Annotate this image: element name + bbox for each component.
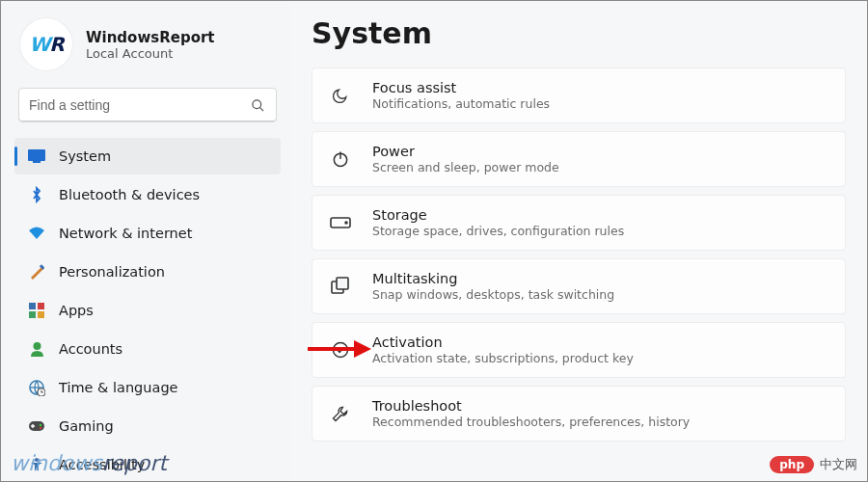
card-text: Focus assist Notifications, automatic ru… [372,80,550,111]
card-sub: Activation state, subscriptions, product… [372,351,634,365]
sidebar-item-label: Time & language [59,380,178,395]
avatar-initials: WR [29,33,63,56]
sidebar-item-label: Apps [59,303,94,318]
sidebar-item-label: System [59,148,111,164]
sidebar-item-personalization[interactable]: Personalization [14,254,281,290]
card-sub: Recommended troubleshooters, preferences… [372,415,690,429]
card-text: Activation Activation state, subscriptio… [372,335,634,365]
sidebar-item-bluetooth[interactable]: Bluetooth & devices [14,176,281,213]
svg-line-1 [259,107,263,111]
search-icon [249,96,266,114]
profile-sub: Local Account [86,46,215,61]
svg-rect-5 [29,303,36,309]
sidebar-item-gaming[interactable]: Gaming [14,408,281,444]
multitask-icon [330,276,351,297]
card-troubleshoot[interactable]: Troubleshoot Recommended troubleshooters… [312,386,846,442]
wrench-icon [330,403,351,424]
wifi-icon [28,225,45,242]
bluetooth-icon [28,186,45,203]
globe-clock-icon [28,379,45,396]
accessibility-icon [28,456,45,473]
card-sub: Snap windows, desktops, task switching [372,287,614,302]
card-power[interactable]: Power Screen and sleep, power mode [312,131,846,187]
card-sub: Screen and sleep, power mode [372,160,559,174]
svg-point-20 [345,222,347,224]
profile-text: WindowsReport Local Account [86,29,215,61]
sidebar-item-label: Bluetooth & devices [59,187,200,202]
profile-block[interactable]: WR WindowsReport Local Account [14,14,281,88]
svg-rect-3 [33,161,41,163]
search-box[interactable] [18,88,277,122]
drive-icon [330,212,351,233]
card-sub: Storage space, drives, configuration rul… [372,224,624,238]
card-title: Troubleshoot [372,398,690,414]
sidebar-item-label: Gaming [59,418,114,434]
card-title: Focus assist [372,80,550,95]
settings-card-list: Focus assist Notifications, automatic ru… [312,67,846,442]
gamepad-icon [28,417,45,435]
svg-point-16 [35,458,39,462]
moon-icon [330,85,351,106]
sidebar-item-label: Personalization [59,264,165,280]
search-input[interactable] [29,97,249,113]
avatar: WR [20,18,72,70]
svg-point-14 [40,424,41,426]
card-focus-assist[interactable]: Focus assist Notifications, automatic ru… [312,67,846,123]
svg-point-23 [334,343,348,358]
sidebar: WR WindowsReport Local Account System [1,1,290,481]
svg-rect-7 [29,311,36,318]
svg-point-0 [252,99,260,108]
sidebar-nav: System Bluetooth & devices Network & int… [14,138,281,482]
card-title: Multitasking [372,271,614,286]
brush-icon [28,263,45,281]
svg-rect-6 [38,303,44,309]
card-activation[interactable]: Activation Activation state, subscriptio… [312,322,846,378]
sidebar-item-accessibility[interactable]: Accessibility [14,446,281,482]
sidebar-item-apps[interactable]: Apps [14,292,281,329]
sidebar-item-system[interactable]: System [14,138,281,174]
svg-rect-22 [337,278,348,289]
card-text: Storage Storage space, drives, configura… [372,207,624,238]
power-icon [330,148,351,170]
profile-name: WindowsReport [86,29,215,46]
apps-icon [28,302,45,319]
card-title: Storage [372,207,624,223]
sidebar-item-time-language[interactable]: Time & language [14,369,281,406]
sidebar-item-label: Network & internet [59,226,192,241]
card-title: Activation [372,335,634,350]
svg-point-15 [40,427,41,429]
svg-rect-8 [38,311,44,318]
sidebar-item-label: Accessibility [59,457,145,472]
svg-rect-2 [28,149,45,161]
card-multitasking[interactable]: Multitasking Snap windows, desktops, tas… [312,258,846,314]
display-icon [28,147,45,165]
card-text: Power Screen and sleep, power mode [372,144,559,174]
sidebar-item-network[interactable]: Network & internet [14,215,281,252]
svg-point-9 [33,342,41,350]
card-title: Power [372,144,559,159]
main-content: System Focus assist Notifications, autom… [290,1,867,481]
sidebar-item-label: Accounts [59,341,122,357]
sidebar-item-accounts[interactable]: Accounts [14,331,281,367]
page-title: System [312,16,846,50]
card-sub: Notifications, automatic rules [372,96,550,111]
person-icon [28,340,45,358]
card-storage[interactable]: Storage Storage space, drives, configura… [312,195,846,251]
check-circle-icon [330,339,351,361]
card-text: Multitasking Snap windows, desktops, tas… [372,271,614,302]
card-text: Troubleshoot Recommended troubleshooters… [372,398,690,429]
